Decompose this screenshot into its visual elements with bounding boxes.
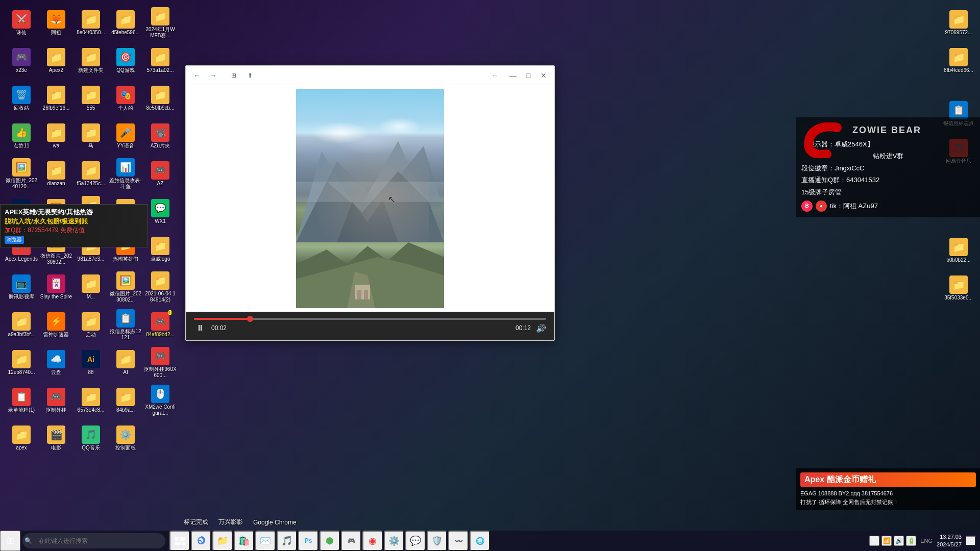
desktop: ⚔️ 诛仙 🦊 阿祖 📁 8e04f0350... 📁 d5febe596...… <box>0 0 980 551</box>
icon-fuzhi[interactable]: 🎮 抠制外挂960X600... <box>143 344 178 382</box>
search-input[interactable] <box>22 533 165 548</box>
icon-97069572[interactable]: 📁 97069572... <box>941 4 976 42</box>
task-view-icon <box>175 537 185 545</box>
icon-xm2we[interactable]: 🖱️ XM2we Configurat... <box>143 382 178 419</box>
progress-bar[interactable] <box>194 318 546 320</box>
shortcut-wancheng[interactable]: 标记完成 <box>184 518 208 527</box>
icon-kouzhiwaigu[interactable]: 🎮 抠制外挂 <box>39 382 74 419</box>
icon-8e04f0350[interactable]: 📁 8e04f0350... <box>74 4 108 42</box>
icon-35f5033e0[interactable]: 📁 35f5033e0... <box>941 269 976 307</box>
icon-573a1a02[interactable]: 📁 573a1a02... <box>143 42 178 80</box>
icon-control[interactable]: ⚙️ 控制面板 <box>108 419 143 457</box>
video-window: ← → ⊞ ⬆ ··· — □ ✕ <box>185 65 555 341</box>
wave-button[interactable]: 〰️ <box>448 531 469 551</box>
tiktok-label: tik：阿祖 AZu97 <box>830 200 878 212</box>
icon-apex-hero-badge[interactable]: ! 🎮 84af89bd2... <box>143 306 178 344</box>
unknown-green-button[interactable]: ⬢ <box>320 531 340 551</box>
steam-button[interactable]: ⚙️ <box>384 531 404 551</box>
store-button[interactable]: 🛍️ <box>234 531 254 551</box>
volume-button[interactable]: 🔊 <box>536 323 546 333</box>
icon-dangeliucheng[interactable]: 📋 录单流程(1) <box>4 382 39 419</box>
taskbar-clock[interactable]: 13:27:03 2024/5/27 <box>937 533 964 549</box>
more-options-button[interactable]: ··· <box>488 68 502 83</box>
icon-tengxu[interactable]: 📺 腾讯影视库 <box>4 268 39 306</box>
icon-az[interactable]: 🎮 AZ <box>143 155 178 193</box>
tray-volume[interactable]: 🔊 <box>894 536 904 546</box>
explorer-button[interactable]: 📁 <box>212 531 233 551</box>
tray-chevron[interactable]: ^ <box>869 536 879 546</box>
icon-slaythespire[interactable]: 🃏 Slay the Spire <box>39 268 74 306</box>
icon-555[interactable]: 📁 555 <box>74 80 108 117</box>
icon-qqgame[interactable]: 🎯 QQ游戏 <box>108 42 143 80</box>
icon-8e50fb9cb[interactable]: 📁 8e50fb9cb... <box>143 80 178 117</box>
icon-zhuxian[interactable]: ⚔️ 诛仙 <box>4 4 39 42</box>
tray-battery[interactable]: 🔋 <box>906 536 916 546</box>
icon-azu[interactable]: 🦊 阿祖 <box>39 4 74 42</box>
wechat-button[interactable]: 💬 <box>405 531 426 551</box>
icon-2021-184914[interactable]: 📁 2021-06-04 184914(2) <box>143 268 178 306</box>
task-view-button[interactable] <box>169 531 190 551</box>
icon-wxpic20240120[interactable]: 🖼️ 微信图片_20240120... <box>4 155 39 193</box>
shortcut-wanxingying[interactable]: 万兴影影 <box>218 518 243 527</box>
ps-taskbar-button[interactable]: Ps <box>298 531 318 551</box>
icon-chuanxin[interactable]: 📊 差旅信息收表-斗鱼 <box>108 155 143 193</box>
icon-yyvoice[interactable]: 🎤 YY语音 <box>108 117 143 155</box>
shield-button[interactable]: 🛡️ <box>427 531 447 551</box>
edge-button[interactable] <box>191 531 211 551</box>
titlebar-nav: ← → <box>190 68 220 83</box>
icon-ps-ai[interactable]: Ai 88 <box>74 344 108 382</box>
icon-yundian[interactable]: ☁️ 云盘 <box>39 344 74 382</box>
maximize-button[interactable]: □ <box>522 69 535 82</box>
back-button[interactable]: ← <box>190 68 204 83</box>
icon-bob0b22[interactable]: 📁 b0b0b22... <box>941 232 976 269</box>
grid-view-button[interactable]: ⊞ <box>227 68 241 83</box>
video-frame: ↖ <box>296 89 444 308</box>
icon-8fb4fced66[interactable]: 📁 8fb4fced66... <box>941 42 976 80</box>
icon-qidong[interactable]: 📁 启动 <box>74 306 108 344</box>
forward-button[interactable]: → <box>206 68 220 83</box>
mail-button[interactable]: ✉️ <box>255 531 276 551</box>
tiktok-button[interactable]: 🎵 <box>277 531 297 551</box>
icon-dianzan[interactable]: 📁 dianzan <box>39 155 74 193</box>
tray-network[interactable]: 📶 <box>881 536 892 546</box>
icon-qqmusic[interactable]: 🎵 QQ音乐 <box>74 419 108 457</box>
icon-azupian[interactable]: 📽️ AZu片夹 <box>143 117 178 155</box>
icon-x23e[interactable]: 🎮 x23e <box>4 42 39 80</box>
minimize-button[interactable]: — <box>506 69 520 82</box>
share-button[interactable]: ⬆ <box>243 68 257 83</box>
icon-apex2[interactable]: 📁 Apex2 <box>39 42 74 80</box>
red-app-button[interactable]: ◉ <box>362 531 383 551</box>
icon-leishen[interactable]: ⚡ 雷神加速器 <box>39 306 74 344</box>
icon-dianlian11[interactable]: 👍 点赞11 <box>4 117 39 155</box>
icon-new-folder[interactable]: 📁 新建文件夹 <box>74 42 108 80</box>
zowie-line4: 直播通知Q群：643041532 <box>801 174 975 186</box>
icon-mi[interactable]: 📁 M... <box>74 268 108 306</box>
icon-ma[interactable]: 📁 马 <box>74 117 108 155</box>
icon-apex-folder-bottom[interactable]: 📁 apex <box>4 419 39 457</box>
icon-26fb9ef16[interactable]: 📁 26fb9ef16... <box>39 80 74 117</box>
icon-f5a13425c[interactable]: 📁 f5a13425c... <box>74 155 108 193</box>
network-button[interactable]: 🌐 <box>470 531 490 551</box>
icon-chengwilogo[interactable]: 📁 卓威logo <box>143 231 178 268</box>
play-pause-button[interactable]: ⏸ <box>194 322 206 334</box>
icon-movie[interactable]: 🎬 电影 <box>39 419 74 457</box>
show-desktop-button[interactable]: □ <box>966 536 976 546</box>
icon-a9a3bf3bf[interactable]: 📁 a9a3bf3bf... <box>4 306 39 344</box>
game-overlay-button[interactable]: 🎮 <box>341 531 361 551</box>
icon-88[interactable]: 📁 AI <box>108 344 143 382</box>
icon-d5febe596[interactable]: 📁 d5febe596... <box>108 4 143 42</box>
start-button[interactable]: ⊞ <box>0 531 20 551</box>
icon-12eb8740[interactable]: 📁 12eb8740... <box>4 344 39 382</box>
icon-6573e4e8[interactable]: 📁 6573e4e8... <box>74 382 108 419</box>
icon-84b9a[interactable]: 📁 84b9a... <box>108 382 143 419</box>
icon-wxpic20230802b[interactable]: 🖼️ 微信图片_20230802... <box>108 268 143 306</box>
icon-baoxinxi[interactable]: 📋 报信息标志12121 <box>108 306 143 344</box>
icon-recycle[interactable]: 🗑️ 回收站 <box>4 80 39 117</box>
icon-gerenwode[interactable]: 🎭 个人的 <box>108 80 143 117</box>
icon-wa[interactable]: 📁 wa <box>39 117 74 155</box>
icon-wx1[interactable]: 💬 WX1 <box>143 193 178 231</box>
video-titlebar: ← → ⊞ ⬆ ··· — □ ✕ <box>186 66 554 85</box>
close-button[interactable]: ✕ <box>537 69 550 82</box>
shortcut-chrome[interactable]: Google Chrome <box>253 519 297 526</box>
icon-2024-jan[interactable]: 📁 2024年1月WMFB赛... <box>143 4 178 42</box>
